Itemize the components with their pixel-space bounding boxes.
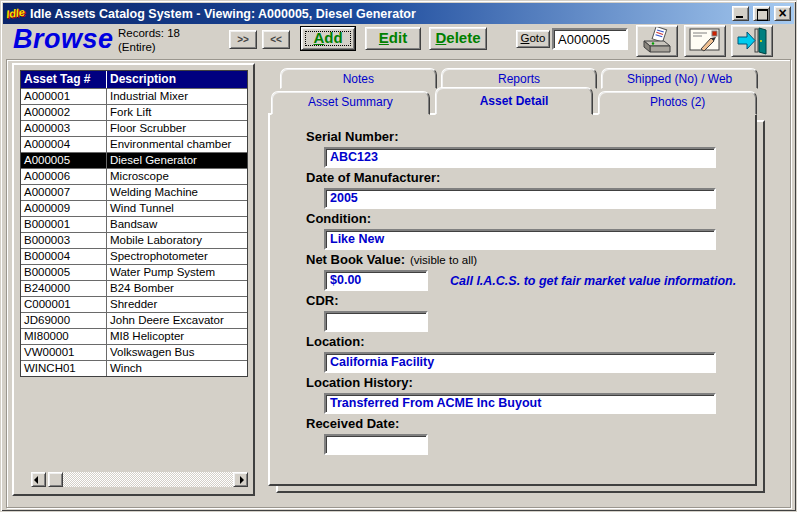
maximize-icon[interactable] (753, 6, 770, 21)
field-label: Location: (306, 333, 727, 352)
scroll-right-icon[interactable] (233, 472, 248, 487)
tab-shipped-no-web[interactable]: Shipped (No) / Web (601, 68, 758, 89)
table-row[interactable]: B000003Mobile Laboratory (21, 232, 247, 248)
table-row[interactable]: A000001Industrial Mixer (21, 88, 247, 104)
minimize-icon[interactable] (732, 6, 749, 21)
edit-button[interactable]: Edit (365, 27, 421, 50)
asset-tag-cell: B000001 (21, 217, 107, 232)
next-record-button[interactable]: >> (229, 30, 257, 49)
tabs-row1: NotesReportsShipped (No) / Web (280, 68, 758, 89)
form-row: Location History:Transferred From ACME I… (306, 374, 727, 414)
field-input[interactable]: 2005 (324, 188, 716, 209)
table-row[interactable]: A000002Fork Lift (21, 104, 247, 120)
window-title: Idle Assets Catalog System - Viewing: A0… (30, 7, 728, 21)
field-input[interactable]: Transferred From ACME Inc Buyout (324, 393, 716, 414)
app-icon: Idle (6, 6, 26, 21)
field-label: CDR: (306, 292, 727, 311)
asset-tag-cell: C000001 (21, 297, 107, 312)
table-row[interactable]: A000009Wind Tunnel (21, 200, 247, 216)
table-row[interactable]: WINCH01Winch (21, 360, 247, 376)
tab-reports[interactable]: Reports (441, 68, 598, 89)
form-row: Received Date: (306, 415, 727, 455)
form-row: Net Book Value:(visible to all)$0.00Call… (306, 251, 727, 291)
column-header-asset-tag: Asset Tag # (21, 71, 107, 88)
field-note: Call I.A.C.S. to get fair market value i… (450, 274, 736, 288)
form-row: Location:California Facility (306, 333, 727, 373)
close-icon[interactable] (774, 6, 791, 21)
description-cell: Water Pump System (107, 265, 247, 280)
browse-mode-label: Browse (13, 24, 114, 55)
table-row[interactable]: MI80000MI8 Helicopter (21, 328, 247, 344)
table-row[interactable]: A000003Floor Scrubber (21, 120, 247, 136)
description-cell: B24 Bomber (107, 281, 247, 296)
tab-notes[interactable]: Notes (280, 68, 437, 89)
table-row[interactable]: VW00001Volkswagen Bus (21, 344, 247, 360)
field-label: Condition: (306, 210, 727, 229)
mail-report-icon (689, 27, 721, 55)
table-row[interactable]: A000006Microscope (21, 168, 247, 184)
description-cell: Floor Scrubber (107, 121, 247, 136)
field-label: Date of Manufacturer: (306, 169, 727, 188)
description-cell: Welding Machine (107, 185, 247, 200)
title-bar[interactable]: Idle Idle Assets Catalog System - Viewin… (3, 3, 794, 24)
field-label: Serial Number: (306, 128, 727, 147)
table-row[interactable]: B000005Water Pump System (21, 264, 247, 280)
asset-detail-page: Serial Number:ABC123Date of Manufacturer… (268, 113, 757, 486)
field-label: Received Date: (306, 415, 727, 434)
asset-tag-cell: A000006 (21, 169, 107, 184)
table-row[interactable]: B240000B24 Bomber (21, 280, 247, 296)
asset-tag-cell: JD69000 (21, 313, 107, 328)
delete-button[interactable]: Delete (429, 27, 487, 50)
field-input[interactable] (324, 434, 428, 455)
tab-photos-2[interactable]: Photos (2) (598, 91, 757, 115)
description-cell: Bandsaw (107, 217, 247, 232)
asset-table: Asset Tag # Description A000001Industria… (20, 70, 248, 377)
table-row[interactable]: JD69000John Deere Excavator (21, 312, 247, 328)
table-row[interactable]: A000005Diesel Generator (21, 152, 247, 168)
mail-report-button[interactable] (684, 25, 726, 57)
field-input[interactable]: California Facility (324, 352, 716, 373)
form-row: Date of Manufacturer:2005 (306, 169, 727, 209)
horizontal-scrollbar[interactable] (31, 472, 248, 487)
description-cell: Winch (107, 361, 247, 376)
asset-tag-cell: A000004 (21, 137, 107, 152)
description-cell: Volkswagen Bus (107, 345, 247, 360)
asset-tag-cell: A000002 (21, 105, 107, 120)
exit-button[interactable] (731, 25, 773, 57)
records-line2: (Entire) (118, 40, 180, 54)
description-cell: Spectrophotometer (107, 249, 247, 264)
field-input[interactable]: Like New (324, 229, 716, 250)
scrollbar-thumb[interactable] (48, 472, 63, 487)
exit-icon (736, 27, 768, 55)
description-cell: Diesel Generator (107, 153, 247, 168)
tab-asset-detail[interactable]: Asset Detail (435, 87, 594, 115)
asset-tag-cell: VW00001 (21, 345, 107, 360)
tab-asset-summary[interactable]: Asset Summary (271, 91, 430, 115)
printer-icon (641, 27, 673, 55)
description-cell: MI8 Helicopter (107, 329, 247, 344)
table-row[interactable]: C000001Shredder (21, 296, 247, 312)
table-row[interactable]: A000007Welding Machine (21, 184, 247, 200)
add-button[interactable]: Add (301, 27, 355, 50)
asset-tag-cell: B000003 (21, 233, 107, 248)
form-row: CDR: (306, 292, 727, 332)
asset-tag-cell: A000009 (21, 201, 107, 216)
field-input[interactable]: ABC123 (324, 147, 716, 168)
table-row[interactable]: B000004Spectrophotometer (21, 248, 247, 264)
goto-input[interactable] (552, 28, 628, 50)
description-cell: Mobile Laboratory (107, 233, 247, 248)
scroll-left-icon[interactable] (31, 472, 46, 487)
field-hint: (visible to all) (410, 254, 477, 266)
prev-record-button[interactable]: << (262, 30, 290, 49)
scrollbar-track[interactable] (63, 472, 233, 487)
table-row[interactable]: A000004Environmental chamber (21, 136, 247, 152)
goto-button[interactable]: Goto (516, 30, 550, 48)
field-input[interactable] (324, 311, 428, 332)
asset-list-panel: Asset Tag # Description A000001Industria… (12, 63, 255, 496)
description-cell: Microscope (107, 169, 247, 184)
description-cell: Wind Tunnel (107, 201, 247, 216)
print-button[interactable] (636, 25, 678, 57)
table-row[interactable]: B000001Bandsaw (21, 216, 247, 232)
field-input[interactable]: $0.00 (324, 270, 428, 291)
asset-tag-cell: WINCH01 (21, 361, 107, 376)
